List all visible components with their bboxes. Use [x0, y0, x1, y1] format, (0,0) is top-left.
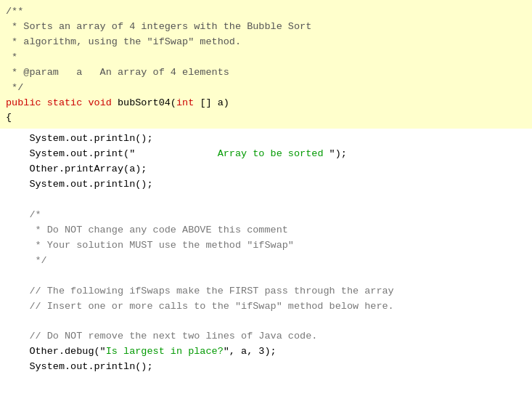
- javadoc-line-6: */: [6, 81, 526, 96]
- code-line-8: * Your solution MUST use the method "ifS…: [6, 238, 526, 254]
- code-line-16: System.out.println();: [6, 360, 526, 375]
- code-line-2: System.out.print(" Array to be sorted ")…: [6, 147, 526, 162]
- javadoc-line-1: /**: [6, 4, 526, 20]
- code-line-11: // The following ifSwaps make the FIRST …: [6, 284, 526, 299]
- code-line-6: /*: [6, 208, 526, 223]
- javadoc-line-5: * @param a An array of 4 elements: [6, 65, 526, 81]
- javadoc-line-2: * Sorts an array of 4 integers with the …: [6, 20, 526, 35]
- javadoc-line-3: * algorithm, using the "ifSwap" method.: [6, 35, 526, 50]
- code-block: System.out.println(); System.out.print("…: [0, 129, 532, 379]
- javadoc-block: /** * Sorts an array of 4 integers with …: [0, 0, 532, 129]
- code-line-9: */: [6, 254, 526, 269]
- code-line-10: [6, 269, 526, 284]
- code-line-15: Other.debug("Is largest in place?", a, 3…: [6, 344, 526, 360]
- open-brace: {: [6, 110, 526, 126]
- code-line-12: // Insert one or more calls to the "ifSw…: [6, 299, 526, 315]
- code-line-4: System.out.println();: [6, 177, 526, 193]
- method-signature: public static void bubSort04(int [] a): [6, 96, 526, 111]
- code-line-1: System.out.println();: [6, 132, 526, 147]
- code-line-14: // Do NOT remove the next two lines of J…: [6, 329, 526, 344]
- javadoc-line-4: *: [6, 50, 526, 65]
- code-line-5: [6, 193, 526, 208]
- code-container: /** * Sorts an array of 4 integers with …: [0, 0, 532, 396]
- code-line-7: * Do NOT change any code ABOVE this comm…: [6, 223, 526, 238]
- code-line-13: [6, 314, 526, 329]
- code-line-3: Other.printArray(a);: [6, 162, 526, 177]
